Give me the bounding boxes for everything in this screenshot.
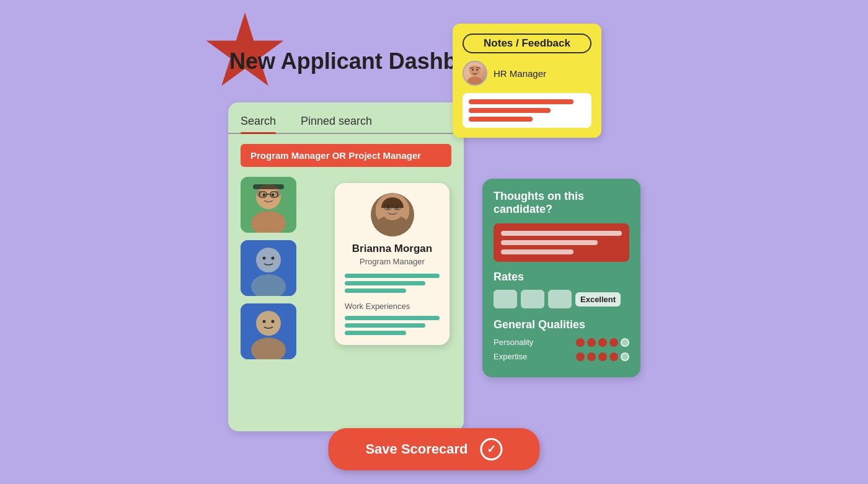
svg-point-19 bbox=[272, 257, 275, 260]
personality-dots bbox=[576, 338, 629, 347]
detail-line-3 bbox=[345, 289, 406, 293]
feedback-text-line-2 bbox=[501, 240, 598, 245]
quality-expertise-label: Expertise bbox=[494, 352, 527, 361]
rates-label: Rates bbox=[494, 271, 629, 284]
feedback-panel: Thoughts on this candidate? Rates Excell… bbox=[482, 179, 640, 377]
detail-line-1 bbox=[345, 274, 440, 278]
rates-boxes: Excellent bbox=[494, 290, 629, 308]
expertise-dot-5[interactable] bbox=[621, 352, 629, 361]
rate-box-3[interactable] bbox=[548, 290, 572, 308]
svg-rect-9 bbox=[253, 184, 284, 189]
search-query-button[interactable]: Program Manager OR Project Manager bbox=[241, 144, 451, 167]
candidate-thumb-1[interactable] bbox=[241, 177, 296, 233]
personality-dot-4[interactable] bbox=[609, 338, 618, 347]
candidate-thumb-3[interactable] bbox=[241, 303, 296, 359]
candidate-name: Brianna Morgan bbox=[345, 243, 440, 255]
rate-excellent-label: Excellent bbox=[575, 292, 621, 307]
tabs-row: Search Pinned search bbox=[228, 102, 464, 134]
expertise-dot-2[interactable] bbox=[587, 352, 596, 361]
candidate-job-title: Program Manager bbox=[345, 257, 440, 266]
expertise-dot-4[interactable] bbox=[609, 352, 618, 361]
candidate-avatar bbox=[371, 193, 414, 236]
svg-point-23 bbox=[263, 320, 266, 323]
hr-manager-label: HR Manager bbox=[494, 68, 546, 79]
quality-row-expertise: Expertise bbox=[494, 352, 629, 361]
work-line-3 bbox=[345, 331, 406, 335]
candidate-detail-lines bbox=[345, 274, 440, 293]
notes-line-2 bbox=[469, 108, 551, 113]
feedback-question: Thoughts on this candidate? bbox=[494, 190, 629, 216]
notes-card-title: Notes / Feedback bbox=[463, 34, 591, 53]
work-experiences-label: Work Experiences bbox=[345, 302, 440, 311]
notes-line-3 bbox=[469, 117, 533, 122]
svg-point-3 bbox=[476, 69, 478, 71]
notes-manager-row: HR Manager bbox=[463, 61, 591, 86]
rate-box-1[interactable] bbox=[494, 290, 517, 308]
save-scorecard-button[interactable]: Save Scorecard ✓ bbox=[328, 428, 539, 470]
tab-pinned-search[interactable]: Pinned search bbox=[301, 115, 372, 133]
personality-dot-3[interactable] bbox=[598, 338, 607, 347]
personality-dot-1[interactable] bbox=[576, 338, 585, 347]
svg-point-7 bbox=[263, 194, 266, 197]
expertise-dot-1[interactable] bbox=[576, 352, 585, 361]
feedback-text-line-1 bbox=[501, 231, 622, 236]
svg-point-21 bbox=[256, 311, 281, 336]
feedback-text-line-3 bbox=[501, 249, 574, 254]
svg-point-24 bbox=[272, 320, 275, 323]
svg-point-0 bbox=[469, 65, 480, 76]
notes-text-content bbox=[463, 93, 591, 128]
svg-point-8 bbox=[272, 194, 275, 197]
quality-personality-label: Personality bbox=[494, 338, 533, 347]
work-line-2 bbox=[345, 323, 425, 328]
personality-dot-5[interactable] bbox=[621, 338, 629, 347]
work-experience-lines bbox=[345, 316, 440, 335]
save-scorecard-label: Save Scorecard bbox=[365, 441, 467, 457]
svg-point-18 bbox=[263, 257, 266, 260]
candidate-avatar-wrap bbox=[345, 193, 440, 236]
quality-row-personality: Personality bbox=[494, 338, 629, 347]
feedback-textarea[interactable] bbox=[494, 223, 629, 262]
expertise-dot-3[interactable] bbox=[598, 352, 607, 361]
notes-line-1 bbox=[469, 99, 574, 104]
svg-point-1 bbox=[467, 76, 482, 84]
svg-point-2 bbox=[472, 69, 474, 71]
tab-search[interactable]: Search bbox=[241, 115, 276, 133]
save-check-icon: ✓ bbox=[480, 438, 503, 460]
detail-line-2 bbox=[345, 281, 425, 285]
personality-dot-2[interactable] bbox=[587, 338, 596, 347]
hr-manager-avatar bbox=[463, 61, 487, 86]
expertise-dots bbox=[576, 352, 629, 361]
notes-feedback-card: Notes / Feedback HR Manager bbox=[453, 24, 601, 138]
general-qualities-label: General Qualities bbox=[494, 318, 629, 331]
candidate-thumb-2[interactable] bbox=[241, 240, 296, 296]
rate-box-2[interactable] bbox=[521, 290, 544, 308]
svg-point-16 bbox=[256, 248, 281, 272]
candidate-detail-card: Brianna Morgan Program Manager Work Expe… bbox=[335, 183, 450, 345]
work-line-1 bbox=[345, 316, 440, 320]
